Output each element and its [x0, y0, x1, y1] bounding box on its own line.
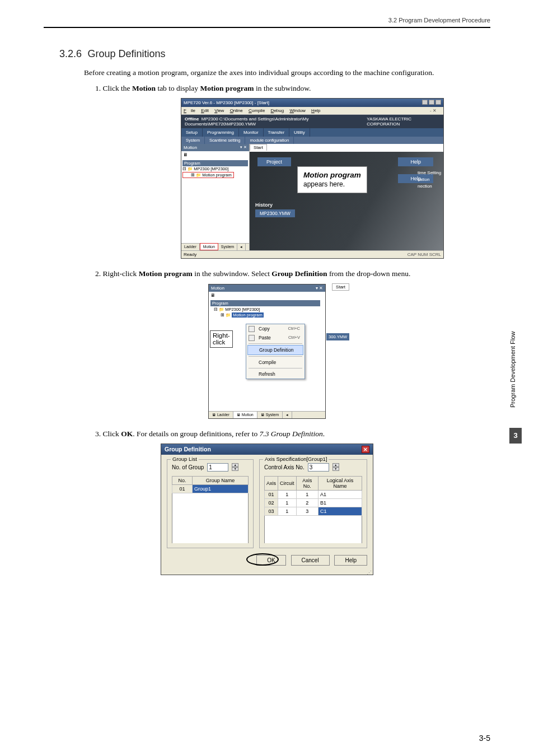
panel2-tab-motion[interactable]: 🗎 Motion	[233, 412, 257, 418]
input-no-of-group[interactable]	[207, 463, 228, 472]
status-right: CAP NUM SCRL	[407, 252, 441, 257]
doc-tab-start[interactable]: Start	[250, 144, 267, 151]
copy-icon	[249, 326, 255, 332]
side-panel-title: Motion	[184, 145, 197, 150]
ide-pathbar: Offline MP2300 C:\Documents and Settings…	[181, 115, 443, 128]
side-program-label: Program	[182, 160, 248, 166]
subtab-system[interactable]: System	[181, 137, 205, 144]
close-icon[interactable]: ✕	[362, 446, 369, 453]
history-item[interactable]: MP2300.YMW	[255, 209, 295, 217]
th-circuit: Circuit	[278, 476, 297, 490]
spinner-axis[interactable]: ▲▼	[332, 463, 339, 471]
right-click-callout: Right- click	[210, 330, 233, 348]
cancel-button[interactable]: Cancel	[291, 555, 330, 566]
menu-right-controls[interactable]: - ✕	[430, 108, 437, 113]
section-title: Group Definitions	[88, 48, 166, 59]
subtab-module[interactable]: module configuration	[245, 137, 294, 144]
menuitem-group-definition[interactable]: Group Definition	[247, 345, 303, 355]
step-3: 3. Click OK. For details on group defini…	[95, 429, 485, 439]
start-links-fragment: time Setting cation nection	[418, 169, 441, 190]
header-section-path: 3.2 Program Development Procedure	[44, 17, 490, 24]
spinner-group[interactable]: ▲▼	[232, 463, 238, 471]
groupbox-axis-spec: Axis Specification[Group1] Control Axis …	[259, 459, 367, 548]
tab-programming[interactable]: Programming	[203, 128, 239, 137]
tab-transfer[interactable]: Transfer	[264, 128, 290, 137]
panel2-window: Motion ▾ ✕ 🖥 Program ⊟ 📁 MP2300 [MP2300]…	[208, 284, 326, 419]
subtab-scantime[interactable]: Scantime setting	[205, 137, 245, 144]
menu-online[interactable]: Online	[230, 108, 243, 113]
th-axis-no: Axis No.	[296, 476, 318, 490]
dialog-title: Group Definition	[165, 446, 211, 453]
menu-edit[interactable]: Edit	[201, 108, 209, 113]
dialog-titlebar: Group Definition ✕	[161, 444, 373, 455]
menu-help[interactable]: Help	[311, 108, 320, 113]
table-row[interactable]: 0212B1	[265, 498, 362, 507]
input-control-axis[interactable]	[308, 463, 329, 472]
side-panel-toolbar-icon[interactable]: 🖥	[181, 151, 249, 158]
panel2-tab-ladder[interactable]: 🗎 Ladder	[209, 412, 233, 418]
menuitem-paste[interactable]: PasteCtrl+V	[246, 333, 305, 342]
page-number: 3-5	[479, 734, 490, 743]
sidetab-system[interactable]: System	[218, 244, 237, 250]
margin-tab: Program Development Flow 3	[509, 314, 522, 448]
menu-view[interactable]: View	[214, 108, 224, 113]
side-panel: Motion ▾ ✕ 🖥 Program ⊟ 📁 MP2300 [MP2300]…	[181, 144, 250, 250]
help-button[interactable]: Help	[334, 555, 367, 566]
panel2-node-controller[interactable]: ⊟ 📁 MP2300 [MP2300]	[210, 307, 324, 312]
step-1: 1. Click the Motion tab to display Motio…	[95, 83, 485, 94]
offline-label: Offline	[185, 116, 199, 122]
panel2-node-motion-program[interactable]: ⊞ 📁 Motion program	[210, 312, 324, 318]
tree-node-controller[interactable]: ⊟ 📁 MP2300 [MP2300]	[182, 166, 248, 171]
side-bottom-tabs: Ladder Motion System ◂	[181, 243, 249, 250]
menuitem-copy[interactable]: CopyCtrl+C	[246, 324, 305, 333]
menu-window[interactable]: Window	[289, 108, 305, 113]
panel2-bottom-tabs: 🗎 Ladder 🗎 Motion 🗎 System ◂	[209, 411, 325, 418]
menu-file[interactable]: File	[184, 108, 195, 113]
margin-tab-text: Program Development Flow	[509, 314, 516, 426]
history-label: History	[255, 202, 295, 208]
ide-title: MPE720 Ver.6 - MP2300 [MP2300] - [Start]	[184, 100, 269, 105]
start-page: Project Help Help Motion program appears…	[250, 152, 443, 250]
table-axis-spec[interactable]: Axis Circuit Axis No. Logical Axis Name …	[264, 476, 362, 543]
resize-grip-icon[interactable]: ⋰	[161, 570, 373, 575]
panel2-tab-scroll[interactable]: ◂	[283, 412, 292, 418]
ide-toolbar: Setup Programming Monitor Transfer Utili…	[181, 128, 443, 144]
menuitem-refresh[interactable]: Refresh	[246, 370, 305, 379]
panel2-tab-system[interactable]: 🗎 System	[257, 412, 283, 418]
label-control-axis: Control Axis No.	[264, 464, 305, 470]
legend-group-list: Group List	[171, 456, 199, 462]
panel2-pin[interactable]: ▾ ✕	[316, 286, 323, 291]
table-row[interactable]: 0111A1	[265, 490, 362, 498]
legend-axis-spec: Axis Specification[Group1]	[263, 456, 329, 462]
help-button-1[interactable]: Help	[398, 157, 433, 166]
context-menu: CopyCtrl+C PasteCtrl+V Group Definition …	[246, 324, 305, 379]
sidetab-motion[interactable]: Motion	[200, 243, 218, 250]
groupbox-group-list: Group List No. of Group ▲▼ No.Group Name…	[167, 459, 254, 548]
menuitem-compile[interactable]: Compile	[246, 358, 305, 367]
status-left: Ready	[184, 252, 196, 257]
tab-setup[interactable]: Setup	[181, 128, 203, 137]
menu-debug[interactable]: Debug	[271, 108, 284, 113]
table-group-list[interactable]: No.Group Name 01Group1	[172, 476, 249, 543]
sidetab-ladder[interactable]: Ladder	[181, 244, 200, 250]
tree-node-motion-program[interactable]: ⊞ 📁 Motion program	[182, 172, 234, 178]
tab-utility[interactable]: Utility	[289, 128, 310, 137]
panel2-start-tab[interactable]: Start	[332, 283, 349, 291]
panel2-toolbar-icon[interactable]: 🖥	[209, 292, 325, 299]
table-row[interactable]: 01Group1	[172, 484, 249, 493]
menu-compile[interactable]: Compile	[249, 108, 265, 113]
ide-main-area: Start Project Help Help Motion program a…	[250, 144, 443, 250]
ide-menubar[interactable]: File Edit View Online Compile Debug Wind…	[181, 107, 443, 115]
side-panel-pin[interactable]: ▾ ✕	[240, 145, 247, 150]
callout-title: Motion program	[303, 170, 361, 180]
ok-button[interactable]: OK	[256, 555, 285, 566]
project-button[interactable]: Project	[257, 157, 291, 166]
window-controls[interactable]	[421, 100, 441, 106]
panel2-ymw-fragment: 300.YMW	[326, 333, 349, 340]
sidetab-scroll-left[interactable]: ◂	[237, 244, 246, 250]
side-panel-header: Motion ▾ ✕	[181, 144, 249, 151]
tab-monitor[interactable]: Monitor	[239, 128, 264, 137]
table-row[interactable]: 0313C1	[265, 507, 362, 515]
section-number: 3.2.6	[59, 48, 82, 59]
brand-label: YASKAWA ELECTRIC CORPORATION	[367, 116, 440, 127]
